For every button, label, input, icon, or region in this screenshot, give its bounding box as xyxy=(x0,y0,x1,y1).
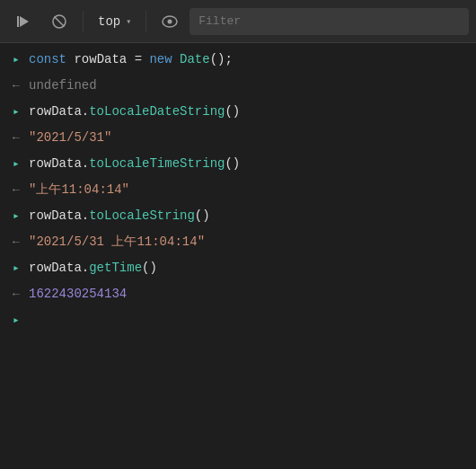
console-prompt[interactable]: ▸ xyxy=(0,307,476,333)
input-icon: ▸ xyxy=(7,207,25,226)
toolbar-divider-1 xyxy=(83,11,84,32)
clear-button[interactable] xyxy=(43,5,75,38)
output-icon: ← xyxy=(7,128,25,147)
console-row: ▸rowData.toLocaleDateString() xyxy=(0,99,476,125)
console-row-content: "2021/5/31" xyxy=(29,128,469,146)
input-icon: ▸ xyxy=(7,259,25,278)
prompt-icon: ▸ xyxy=(7,311,25,330)
console-row: ←"2021/5/31" xyxy=(0,125,476,151)
console-row: ←undefined xyxy=(0,73,476,99)
output-icon: ← xyxy=(7,285,25,304)
input-icon: ▸ xyxy=(7,102,25,121)
console-output[interactable]: ▸const rowData = new Date();←undefined▸r… xyxy=(0,43,476,469)
console-row: ▸const rowData = new Date(); xyxy=(0,47,476,73)
context-selector[interactable]: top ▾ xyxy=(91,11,138,32)
context-label: top xyxy=(98,14,120,29)
output-icon: ← xyxy=(7,181,25,199)
filter-input[interactable] xyxy=(190,8,469,35)
console-row: ←"上午11:04:14" xyxy=(0,177,476,203)
svg-line-3 xyxy=(55,16,65,26)
console-row-content: 1622430254134 xyxy=(29,285,469,303)
svg-point-5 xyxy=(168,19,172,23)
console-row-content: rowData.toLocaleTimeString() xyxy=(29,155,469,173)
console-row-content: const rowData = new Date(); xyxy=(29,50,469,68)
console-row-content: rowData.toLocaleDateString() xyxy=(29,102,469,120)
console-row-content: "2021/5/31 上午11:04:14" xyxy=(29,233,469,251)
console-row-content: undefined xyxy=(29,76,469,94)
output-icon: ← xyxy=(7,76,25,95)
svg-marker-0 xyxy=(20,16,29,27)
console-row-content: rowData.getTime() xyxy=(29,259,469,277)
console-row: ←"2021/5/31 上午11:04:14" xyxy=(0,229,476,255)
console-row: ▸rowData.toLocaleString() xyxy=(0,203,476,229)
console-row: ▸rowData.getTime() xyxy=(0,255,476,281)
console-row-content: "上午11:04:14" xyxy=(29,181,469,199)
svg-rect-1 xyxy=(17,16,19,27)
eye-button[interactable] xyxy=(154,5,186,38)
record-button[interactable] xyxy=(7,5,40,38)
input-icon: ▸ xyxy=(7,155,25,173)
console-row-content: rowData.toLocaleString() xyxy=(29,207,469,225)
devtools-console: top ▾ ▸const rowData = new Date();←undef… xyxy=(0,0,476,469)
toolbar: top ▾ xyxy=(0,0,476,43)
console-row: ←1622430254134 xyxy=(0,281,476,307)
toolbar-divider-2 xyxy=(145,11,146,32)
console-row: ▸rowData.toLocaleTimeString() xyxy=(0,151,476,177)
input-icon: ▸ xyxy=(7,50,25,69)
output-icon: ← xyxy=(7,233,25,252)
chevron-down-icon: ▾ xyxy=(126,16,131,27)
